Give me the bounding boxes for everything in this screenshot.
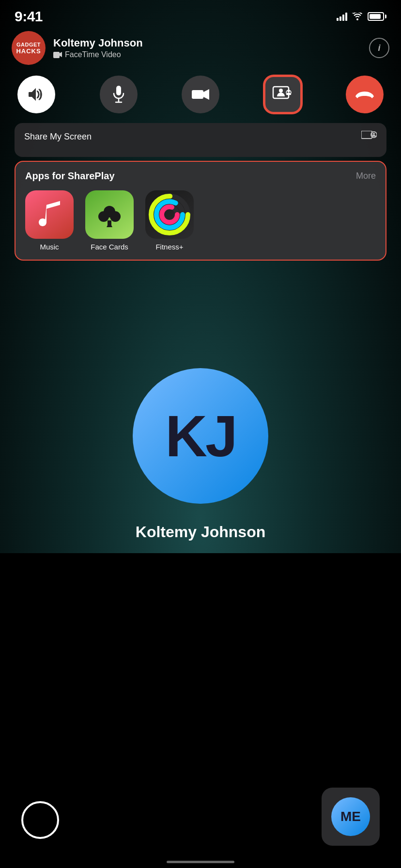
svg-point-7: [287, 90, 290, 93]
facecards-app-label: Face Cards: [91, 243, 128, 251]
svg-point-10: [373, 133, 375, 135]
call-type: FaceTime Video: [53, 50, 361, 59]
status-icons: [337, 12, 386, 21]
music-app-item[interactable]: Music: [25, 190, 74, 251]
status-time: 9:41: [15, 8, 43, 25]
camera-icon: [192, 88, 209, 101]
shareplay-button[interactable]: [264, 76, 302, 113]
home-indicator: [167, 861, 234, 863]
share-screen-dropdown[interactable]: Share My Screen: [15, 123, 386, 157]
apps-for-shareplay-panel: Apps for SharePlay More Music: [15, 161, 386, 261]
mic-button[interactable]: [100, 76, 138, 113]
gadget-hacks-logo: GADGET HACKS: [12, 31, 46, 65]
self-view[interactable]: ME: [322, 788, 380, 846]
me-initials: ME: [340, 809, 361, 824]
speaker-icon: [27, 87, 46, 102]
info-icon: i: [378, 43, 380, 53]
video-camera-icon: [53, 52, 62, 58]
music-app-label: Music: [40, 243, 59, 251]
fitness-app-icon: [145, 190, 194, 239]
shareplay-header: Apps for SharePlay More: [25, 170, 376, 182]
me-avatar-circle: ME: [331, 797, 370, 836]
caller-name-header: Koltemy Johnson: [53, 37, 361, 49]
controls-row: [0, 70, 401, 119]
info-button[interactable]: i: [369, 38, 389, 58]
svg-rect-15: [108, 220, 111, 227]
caller-avatar: KJ: [133, 368, 268, 504]
shareplay-panel-title: Apps for SharePlay: [25, 170, 115, 182]
battery-icon: [368, 12, 386, 21]
status-bar: 9:41: [0, 0, 401, 26]
music-note-icon: [37, 201, 62, 228]
camera-button[interactable]: [182, 76, 219, 113]
wifi-icon: [352, 13, 363, 20]
end-call-button[interactable]: [346, 76, 384, 113]
fitness-app-item[interactable]: Fitness+: [145, 190, 194, 251]
clubs-icon: [96, 201, 123, 228]
caller-initials: KJ: [165, 403, 235, 469]
facecards-app-icon: [85, 190, 134, 239]
fitness-rings-icon: [148, 193, 191, 236]
camera-shutter-button[interactable]: [21, 801, 59, 839]
svg-point-12: [98, 211, 109, 222]
facecards-app-item[interactable]: Face Cards: [85, 190, 134, 251]
shareplay-icon: [272, 86, 293, 103]
call-info: Koltemy Johnson FaceTime Video: [53, 37, 361, 59]
svg-rect-3: [192, 90, 203, 99]
fitness-app-label: Fitness+: [155, 243, 183, 251]
music-app-icon: [25, 190, 74, 239]
dropdown-title: Share My Screen: [24, 132, 92, 142]
dropdown-header: Share My Screen: [24, 131, 377, 142]
svg-point-13: [110, 211, 121, 222]
svg-rect-8: [361, 131, 372, 139]
shareplay-small-icon: [361, 131, 377, 142]
more-button[interactable]: More: [356, 171, 376, 181]
call-type-label: FaceTime Video: [65, 50, 121, 59]
mic-icon: [112, 86, 125, 103]
apps-row: Music Face Cards: [25, 190, 376, 251]
speaker-button[interactable]: [17, 76, 55, 113]
logo-text2: HACKS: [16, 47, 41, 55]
call-header: GADGET HACKS Koltemy Johnson FaceTime Vi…: [0, 26, 401, 70]
logo-text1: GADGET: [16, 42, 41, 47]
camera-area: ME: [0, 553, 401, 868]
caller-full-name: Koltemy Johnson: [0, 523, 401, 541]
svg-point-5: [279, 89, 283, 93]
end-call-icon: [355, 89, 374, 100]
svg-rect-0: [116, 86, 121, 95]
signal-icon: [337, 12, 347, 21]
